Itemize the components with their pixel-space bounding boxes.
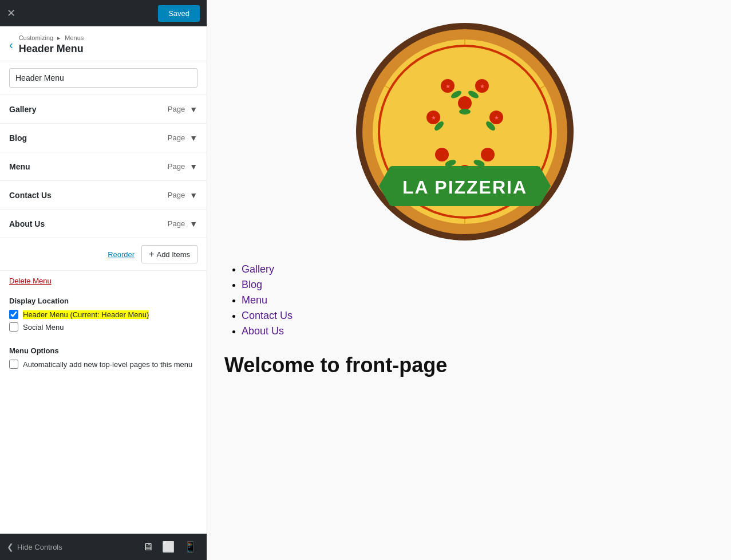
mobile-device-button[interactable]: 📱 <box>180 538 200 555</box>
panel-title: Header Menu <box>19 43 84 55</box>
saved-button[interactable]: Saved <box>158 5 200 22</box>
welcome-heading: Welcome to front-page <box>224 353 705 377</box>
menu-item-type-blog: Page <box>168 133 185 142</box>
menu-item-label-about-us: About Us <box>9 219 168 228</box>
location-checkbox-header-menu[interactable] <box>9 310 18 319</box>
nav-link-menu-link[interactable]: Menu <box>242 294 267 306</box>
svg-point-17 <box>458 96 472 110</box>
nav-link-about-link[interactable]: About Us <box>242 325 284 337</box>
chevron-down-icon: ▼ <box>189 162 197 171</box>
menu-item-label-contact-us: Contact Us <box>9 191 168 200</box>
back-button[interactable]: ‹ <box>9 39 13 50</box>
display-location: Display Location Header Menu (Current: H… <box>0 291 207 341</box>
plus-icon: + <box>149 249 154 259</box>
svg-point-15 <box>435 148 449 161</box>
chevron-down-icon: ▼ <box>189 105 197 114</box>
svg-point-16 <box>481 148 495 161</box>
menu-item-type-gallery: Page <box>168 105 185 113</box>
menu-item-label-menu: Menu <box>9 162 168 171</box>
chevron-down-icon: ▼ <box>189 191 197 200</box>
svg-text:LA PIZZERIA: LA PIZZERIA <box>402 177 527 198</box>
menu-item-menu[interactable]: Menu Page ▼ <box>0 152 207 181</box>
device-buttons: 🖥 ⬜ 📱 <box>139 538 200 555</box>
left-arrow-icon: ❮ <box>7 542 14 551</box>
menu-item-about-us[interactable]: About Us Page ▼ <box>0 210 207 238</box>
menu-item-type-about-us: Page <box>168 219 185 228</box>
nav-list-item-about-link: About Us <box>242 325 705 337</box>
breadcrumb: Customizing ▸ Menus <box>19 34 84 42</box>
delete-menu-button[interactable]: Delete Menu <box>0 271 207 291</box>
menu-name-input[interactable] <box>9 68 197 88</box>
svg-text:★: ★ <box>480 83 485 89</box>
breadcrumb-arrow: ▸ <box>57 34 61 41</box>
preview-content: ★ ★ ★ ★ <box>207 0 722 400</box>
breadcrumb-customizing: Customizing <box>19 34 54 41</box>
nav-list-item-gallery-link: Gallery <box>242 263 705 275</box>
nav-list-item-menu-link: Menu <box>242 294 705 306</box>
nav-link-blog-link[interactable]: Blog <box>242 279 262 290</box>
reorder-button[interactable]: Reorder <box>108 250 135 259</box>
location-label-social-menu: Social Menu <box>23 323 64 332</box>
location-checkbox-social-menu[interactable] <box>9 322 18 332</box>
menu-items-list: Gallery Page ▼ Blog Page ▼ Menu Page ▼ C… <box>0 95 207 238</box>
close-button[interactable]: ✕ <box>7 8 15 18</box>
customizer-panel: ✕ Saved ‹ Customizing ▸ Menus Header Men… <box>0 0 207 560</box>
tablet-device-button[interactable]: ⬜ <box>159 538 178 555</box>
nav-link-contact-link[interactable]: Contact Us <box>242 310 293 321</box>
nav-list: GalleryBlogMenuContact UsAbout Us <box>224 263 705 337</box>
pizza-logo-area: ★ ★ ★ ★ <box>224 11 705 252</box>
svg-text:★: ★ <box>431 115 436 121</box>
menu-item-label-gallery: Gallery <box>9 105 168 114</box>
nav-list-item-contact-link: Contact Us <box>242 310 705 322</box>
menu-item-blog[interactable]: Blog Page ▼ <box>0 124 207 152</box>
auto-add-checkbox[interactable] <box>9 360 18 369</box>
menu-item-contact-us[interactable]: Contact Us Page ▼ <box>0 181 207 210</box>
menu-item-type-contact-us: Page <box>168 191 185 199</box>
location-label-header-menu: Header Menu (Current: Header Menu) <box>23 310 149 319</box>
nav-link-gallery-link[interactable]: Gallery <box>242 263 274 275</box>
auto-add-row: Automatically add new top-level pages to… <box>9 360 197 369</box>
display-location-title: Display Location <box>9 297 197 305</box>
breadcrumb-menus: Menus <box>65 34 84 41</box>
menu-item-gallery[interactable]: Gallery Page ▼ <box>0 95 207 124</box>
breadcrumb-bar: ‹ Customizing ▸ Menus Header Menu <box>0 26 207 61</box>
hide-controls-label: Hide Controls <box>17 543 62 551</box>
bottom-bar: ❮ Hide Controls 🖥 ⬜ 📱 <box>0 534 207 560</box>
chevron-down-icon: ▼ <box>189 219 197 228</box>
location-row-social-menu: Social Menu <box>9 322 197 332</box>
hide-controls-button[interactable]: ❮ Hide Controls <box>7 542 62 551</box>
preview-panel: ★ ★ ★ ★ <box>207 0 731 560</box>
chevron-down-icon: ▼ <box>189 133 197 143</box>
svg-text:★: ★ <box>445 83 451 89</box>
nav-list-item-blog-link: Blog <box>242 279 705 291</box>
svg-point-25 <box>459 109 471 115</box>
menu-item-type-menu: Page <box>168 162 185 171</box>
auto-add-label: Automatically add new top-level pages to… <box>23 360 192 369</box>
menu-actions: Reorder + Add Items <box>0 238 207 271</box>
location-row-header-menu: Header Menu (Current: Header Menu) <box>9 310 197 319</box>
menu-name-wrap <box>0 61 207 95</box>
display-location-items: Header Menu (Current: Header Menu)Social… <box>9 310 197 332</box>
breadcrumb-content: Customizing ▸ Menus Header Menu <box>19 34 84 55</box>
menu-options: Menu Options Automatically add new top-l… <box>0 341 207 378</box>
desktop-device-button[interactable]: 🖥 <box>139 538 156 555</box>
add-items-label: Add Items <box>156 250 190 259</box>
menu-options-title: Menu Options <box>9 346 197 355</box>
menu-item-label-blog: Blog <box>9 133 168 143</box>
pizzeria-logo: ★ ★ ★ ★ <box>350 11 579 252</box>
add-items-button[interactable]: + Add Items <box>141 245 197 263</box>
svg-text:★: ★ <box>494 115 499 121</box>
top-bar: ✕ Saved <box>0 0 207 26</box>
